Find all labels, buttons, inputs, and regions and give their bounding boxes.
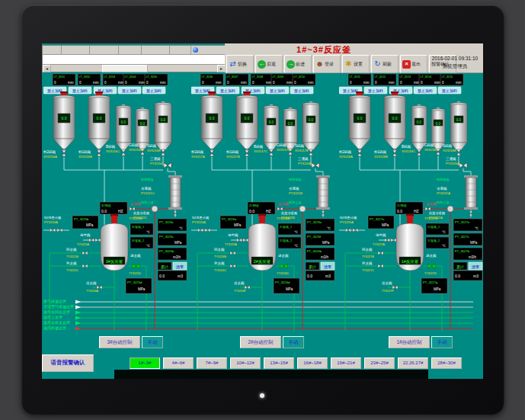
feed-inhibit-button[interactable]: 禁止加料 xyxy=(118,87,141,94)
drain-valve[interactable]: 放水阀 TY3226C xyxy=(213,261,235,272)
voice-alarm-ack-button[interactable]: 语音报警确认 xyxy=(42,354,94,372)
waste-water-valve[interactable]: 排水阀 TY3227F xyxy=(381,281,398,293)
feed-inhibit-button[interactable]: 禁止加料 xyxy=(364,87,387,94)
svg-text:点火阀: 点火阀 xyxy=(426,202,437,207)
svg-text:mm: mm xyxy=(389,81,395,85)
svg-text:m3/h: m3/h xyxy=(321,255,329,259)
reactor-group-tab[interactable]: 10#~12# xyxy=(230,357,261,369)
svg-text:mm: mm xyxy=(216,81,222,85)
three-way-valve[interactable]: 三通阀 PY3220C xyxy=(150,156,171,168)
vacuum-valve[interactable]: 抽空阀 TY3226A xyxy=(225,233,248,246)
weigh-valve-icon[interactable] xyxy=(210,150,214,156)
svg-text:禁止加料: 禁止加料 xyxy=(368,88,383,94)
waste-water-valve[interactable]: 排水阀 TY3226F xyxy=(233,281,250,293)
instrument-box: PT_3227e ℃ xyxy=(453,219,482,231)
svg-text:TY3225A: TY3225A xyxy=(77,243,89,246)
separator-pot-icon xyxy=(299,206,306,212)
return-water-valve[interactable]: 回水阀 TY3226B xyxy=(214,247,235,258)
return-water-valve[interactable]: 回水阀 TY3225B xyxy=(66,247,88,258)
beacon-icon xyxy=(111,216,117,223)
weigh-valve-icon[interactable] xyxy=(357,150,362,156)
totalizer-clear-button[interactable]: 清零 xyxy=(321,262,335,270)
feed-inhibit-button[interactable]: 禁止加料 xyxy=(414,87,437,94)
weigh-valve-icon[interactable] xyxy=(309,149,313,155)
svg-text:清零: 清零 xyxy=(176,265,184,270)
svg-text:LT_3211: LT_3211 xyxy=(350,75,360,79)
auto-control-button-2[interactable]: 2#自动控制 xyxy=(240,336,281,348)
svg-text:三通阀: 三通阀 xyxy=(150,156,161,162)
feed-inhibit-button[interactable]: 禁止加料 xyxy=(142,87,165,94)
reactor-group-tab[interactable]: 7#~9# xyxy=(197,357,227,369)
weigh-valve-icon[interactable] xyxy=(161,149,165,155)
agitator-speed-box: 3#转速 0.0 HZ xyxy=(100,202,127,214)
reactor-group-tab[interactable]: 13#~15# xyxy=(264,357,294,369)
feed-inhibit-button[interactable]: 禁止加料 xyxy=(290,87,313,94)
svg-text:清零: 清零 xyxy=(472,265,479,270)
n2-flow-meter-valve[interactable]: N2流量计阀 PY3225A xyxy=(340,216,358,232)
svg-text:℃: ℃ xyxy=(442,230,446,234)
weigh-valve-icon[interactable] xyxy=(269,149,274,155)
weigh-valve-icon[interactable] xyxy=(245,150,249,156)
totalizer-clear-button[interactable]: 清零 xyxy=(469,262,482,270)
inlet-water-valve[interactable]: 进水阀 TY3225D xyxy=(129,254,141,275)
svg-text:PY3220A: PY3220A xyxy=(446,162,459,165)
instrument-box: PT_3226e ℃ xyxy=(306,219,335,231)
tab-label: 23#~25# xyxy=(370,361,389,365)
svg-text:PT_3227e: PT_3227e xyxy=(455,220,470,224)
manual-mode-button-3[interactable]: 手动 xyxy=(142,336,163,348)
svg-text:HZ: HZ xyxy=(414,209,419,213)
reactor-group-tab[interactable]: 16#~18# xyxy=(297,357,328,369)
svg-text:m3: m3 xyxy=(178,274,183,278)
three-way-valve[interactable]: 三通阀 PY3220A xyxy=(446,156,467,168)
svg-text:0.0: 0.0 xyxy=(161,118,166,122)
feed-inhibit-button[interactable]: 禁止加料 xyxy=(438,87,461,94)
weigh-valve-icon[interactable] xyxy=(392,150,397,156)
svg-text:1#釜温_2: 1#釜温_2 xyxy=(427,239,440,242)
svg-text:0.0: 0.0 xyxy=(249,209,254,213)
inlet-water-valve[interactable]: 进水阀 TY3227D xyxy=(424,254,437,275)
drain-valve[interactable]: 放水阀 TY3225C xyxy=(66,261,88,272)
feed-inhibit-button[interactable]: 禁止加料 xyxy=(266,87,289,94)
vacuum-valve[interactable]: 抽空阀 TY3225A xyxy=(77,233,101,246)
vacuum-valve[interactable]: 抽空阀 TY3227A xyxy=(373,233,396,246)
n2-flow-meter-valve[interactable]: N2流量计阀 PY3224A xyxy=(192,216,210,232)
tank-level-box: LT_3208 0 mm xyxy=(251,74,274,85)
svg-text:mm: mm xyxy=(241,81,247,85)
instrument-box: FT_3025b m3/h xyxy=(158,248,187,260)
totalizer-clear-button[interactable]: 清零 xyxy=(173,262,187,270)
manual-mode-button-1[interactable]: 手动 xyxy=(431,336,453,348)
tab-label: 22.26.27# xyxy=(403,361,424,365)
svg-text:℃: ℃ xyxy=(327,226,331,230)
weigh-valve-icon[interactable] xyxy=(121,149,126,155)
svg-text:XV3217D: XV3217D xyxy=(277,148,290,152)
reactor-group-tab[interactable]: 19#~21# xyxy=(331,357,361,369)
drain-valve[interactable]: 放水阀 TY3227C xyxy=(361,261,383,272)
weigh-valve-icon[interactable] xyxy=(62,150,66,156)
auto-control-button-1[interactable]: 1#自动控制 xyxy=(389,336,430,348)
svg-text:XV3218E: XV3218E xyxy=(443,149,456,152)
separator-pot-icon xyxy=(447,206,453,212)
tab-label: 1#~3# xyxy=(139,361,152,365)
auto-control-button-3[interactable]: 3#自动控制 xyxy=(99,336,140,348)
weigh-valve-icon[interactable] xyxy=(417,149,421,155)
waste-water-valve[interactable]: 排水阀 TY3226A xyxy=(85,281,102,293)
feed-inhibit-button[interactable]: 禁止加料 xyxy=(216,87,239,94)
pressure-box: PT_3225b MPa xyxy=(72,216,98,229)
weigh-valve-icon[interactable] xyxy=(97,150,101,156)
feed-inhibit-button[interactable]: 禁止加料 xyxy=(69,87,91,94)
reactor-group-tab[interactable]: 28#~30# xyxy=(431,357,462,369)
manual-mode-button-2[interactable]: 手动 xyxy=(283,336,304,348)
reactor-group-tab[interactable]: 22.26.27# xyxy=(398,357,428,369)
n2-flow-meter-valve[interactable]: N2流量计阀 PY3223A xyxy=(44,216,62,232)
inlet-water-valve[interactable]: 进水阀 TY3226D xyxy=(277,254,289,275)
weigh-valve-icon[interactable] xyxy=(456,149,461,155)
svg-text:禁止加料: 禁止加料 xyxy=(418,88,433,94)
svg-text:mm: mm xyxy=(118,81,124,85)
reactor-group-tab[interactable]: 23#~25# xyxy=(364,357,395,369)
svg-text:3#釜温_1: 3#釜温_1 xyxy=(132,225,144,229)
reactor-group-tab[interactable]: 1#~3# xyxy=(130,357,160,369)
reactor-group-tab[interactable]: 4#~6# xyxy=(163,357,194,369)
return-water-valve[interactable]: 回水阀 TY3227B xyxy=(362,247,383,258)
feed-tank: 0.0 xyxy=(450,101,467,150)
three-way-valve[interactable]: 三通阀 PY3220B xyxy=(298,156,319,168)
